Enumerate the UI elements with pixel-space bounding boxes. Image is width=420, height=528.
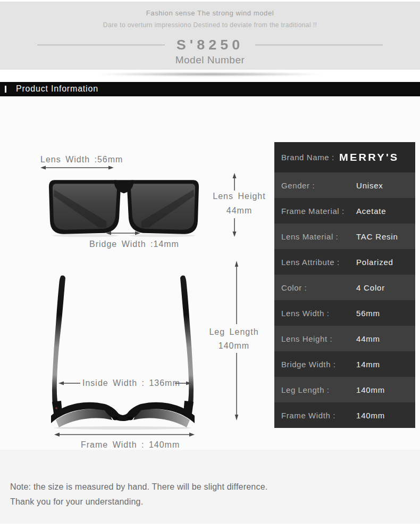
spec-value: 44mm (356, 334, 380, 343)
inside-width-label: Inside Width : 136mm (82, 378, 180, 388)
spec-value: TAC Resin (356, 232, 398, 241)
spec-row-brand: Brand Name : MERRY'S (274, 142, 415, 172)
spec-row-lens-height: Lens Height : 44mm (274, 326, 415, 351)
sunglasses-top-view-image (51, 274, 195, 430)
spec-table: Brand Name : MERRY'S Gender : Unisex Fra… (274, 142, 415, 428)
lens-width-label: Lens Width :56mm (40, 155, 123, 164)
spec-label: Frame Material : (281, 207, 356, 216)
spec-row-lens-material: Lens Material : TAC Resin (274, 224, 415, 249)
note-line-1: Note: the size is measured by hand. Ther… (10, 482, 267, 492)
spec-row-lens-width: Lens Width : 56mm (274, 300, 415, 326)
lens-height-value: 44mm (210, 206, 268, 216)
spec-label: Lens Attribute : (281, 258, 356, 267)
spec-value: 140mm (356, 385, 385, 394)
spec-label: Lens Height : (281, 334, 356, 343)
spec-row-lens-attribute: Lens Attribute : Polarized (274, 249, 415, 275)
spec-label: Frame Width : (281, 411, 356, 420)
spec-value: Acetate (356, 207, 386, 216)
spec-label: Gender : (281, 181, 356, 190)
divider-line-right (255, 45, 383, 45)
header-tagline-2: Dare to overturn impressiono Destined to… (0, 21, 420, 29)
spec-value: Unisex (356, 181, 383, 190)
spec-label: Lens Material : (281, 232, 356, 241)
bar-tick-mark (5, 86, 6, 93)
leg-length-label: Leg Length (205, 327, 263, 337)
spec-row-leg-length: Leg Length : 140mm (274, 377, 415, 402)
spec-row-frame-width: Frame Width : 140mm (274, 402, 415, 428)
divider-line-left (37, 45, 165, 45)
model-number-row: S'8250 (0, 37, 420, 53)
header-banner: Fashion sense The strong wind model Dare… (0, 2, 420, 70)
header-drop-shadow (51, 72, 369, 77)
spec-label: Leg Length : (281, 385, 356, 394)
note-line-2: Thank you for your understanding. (10, 497, 143, 507)
frame-width-arrow (54, 432, 195, 438)
model-number: S'8250 (177, 37, 244, 53)
lens-height-arrow-down (232, 218, 237, 237)
leg-length-value: 140mm (205, 341, 263, 351)
model-number-caption: Model Number (0, 54, 420, 66)
spec-row-color: Color : 4 Color (274, 275, 415, 300)
lens-width-arrow (40, 165, 114, 170)
brand-logo: MERRY'S (339, 152, 399, 163)
product-information-page: Fashion sense The strong wind model Dare… (0, 0, 420, 528)
inside-width-arrow-right (175, 381, 191, 386)
sunglasses-front-image (47, 178, 200, 237)
spec-label: Brand Name : (281, 153, 334, 162)
spec-label: Lens Width : (281, 309, 356, 318)
spec-value: 56mm (356, 309, 380, 318)
spec-value: Polarized (356, 258, 393, 267)
spec-row-gender: Gender : Unisex (274, 172, 415, 198)
bridge-width-label: Bridge Width :14mm (89, 240, 179, 249)
spec-label: Bridge Width : (281, 360, 356, 369)
product-information-bar: Product Information (0, 82, 420, 96)
spec-label: Color : (281, 283, 356, 292)
spec-row-frame-material: Frame Material : Acetate (274, 198, 415, 224)
lens-height-label: Lens Height (210, 192, 268, 201)
leg-length-arrow-up (234, 261, 239, 324)
frame-width-label: Frame Width : 140mm (81, 440, 180, 450)
spec-value: 4 Color (356, 283, 385, 292)
lens-height-arrow-up (232, 173, 237, 191)
spec-value: 140mm (356, 411, 385, 420)
spec-row-bridge-width: Bridge Width : 14mm (274, 351, 415, 377)
header-tagline-1: Fashion sense The strong wind model (0, 9, 420, 17)
section-title: Product Information (16, 84, 98, 94)
bridge-width-arrow (106, 230, 140, 236)
inside-width-arrow-left (58, 381, 80, 386)
leg-length-arrow-down (234, 353, 239, 420)
spec-value: 14mm (356, 360, 380, 369)
